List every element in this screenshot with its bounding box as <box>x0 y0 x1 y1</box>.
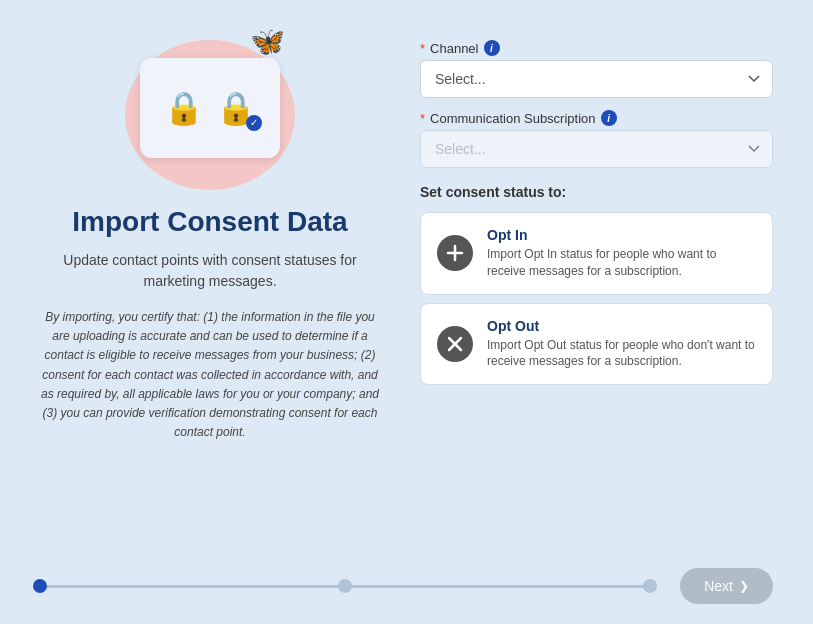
page-subtitle: Update contact points with consent statu… <box>40 250 380 292</box>
opt-in-card[interactable]: Opt In Import Opt In status for people w… <box>420 212 773 295</box>
next-label: Next <box>704 578 733 594</box>
opt-in-info: Opt In Import Opt In status for people w… <box>487 227 756 280</box>
step-dot-1 <box>33 579 47 593</box>
channel-info-icon[interactable]: i <box>484 40 500 56</box>
next-chevron-icon: ❯ <box>739 579 749 593</box>
legal-text: By importing, you certify that: (1) the … <box>40 308 380 442</box>
left-panel: 🦋 🔒 🔒 Import Consent Data Update contact… <box>40 30 380 538</box>
subscription-info-icon[interactable]: i <box>601 110 617 126</box>
channel-field-group: * Channel i Select... <box>420 40 773 98</box>
opt-in-title: Opt In <box>487 227 756 243</box>
opt-out-info: Opt Out Import Opt Out status for people… <box>487 318 756 371</box>
subscription-select[interactable]: Select... <box>420 130 773 168</box>
lock-icon-2: 🔒 <box>216 89 256 127</box>
opt-in-icon <box>437 235 473 271</box>
opt-out-icon <box>437 326 473 362</box>
progress-bar-container <box>40 585 650 588</box>
consent-section-label: Set consent status to: <box>420 184 773 200</box>
step-dot-2 <box>338 579 352 593</box>
step-dot-3 <box>643 579 657 593</box>
channel-select[interactable]: Select... <box>420 60 773 98</box>
footer: Next ❯ <box>0 558 813 624</box>
butterfly-icon: 🦋 <box>250 25 285 58</box>
lock-icon-1: 🔒 <box>164 89 204 127</box>
illustration: 🦋 🔒 🔒 <box>110 30 310 190</box>
required-star-subscription: * <box>420 111 425 126</box>
card-illustration: 🔒 🔒 <box>140 58 280 158</box>
next-button[interactable]: Next ❯ <box>680 568 773 604</box>
channel-label: * Channel i <box>420 40 773 56</box>
subscription-field-group: * Communication Subscription i Select... <box>420 110 773 168</box>
progress-track <box>40 585 650 588</box>
subscription-label: * Communication Subscription i <box>420 110 773 126</box>
consent-options: Opt In Import Opt In status for people w… <box>420 212 773 385</box>
opt-out-description: Import Opt Out status for people who don… <box>487 337 756 371</box>
opt-out-title: Opt Out <box>487 318 756 334</box>
page-title: Import Consent Data <box>72 206 347 238</box>
right-panel: * Channel i Select... * Communication Su… <box>420 30 773 538</box>
required-star-channel: * <box>420 41 425 56</box>
opt-in-description: Import Opt In status for people who want… <box>487 246 756 280</box>
opt-out-card[interactable]: Opt Out Import Opt Out status for people… <box>420 303 773 386</box>
